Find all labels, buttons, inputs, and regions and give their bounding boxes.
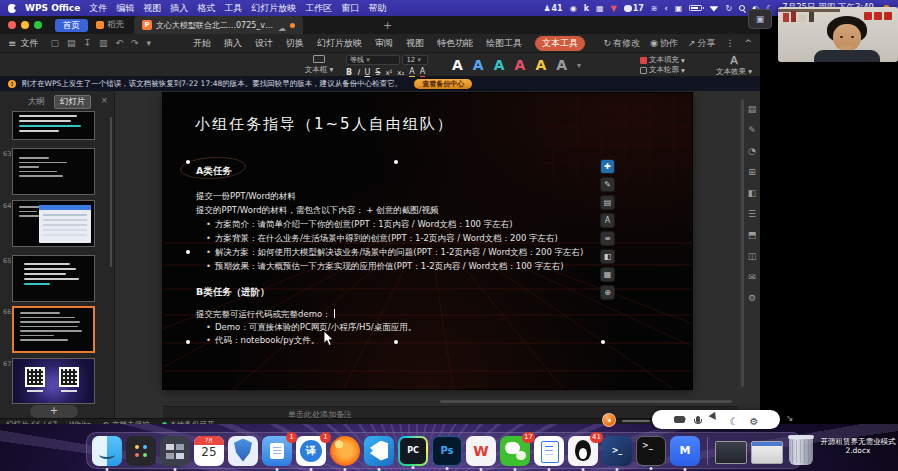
dock-app-finder[interactable] <box>92 436 122 466</box>
tab-slideshow[interactable]: 幻灯片放映 <box>317 37 362 50</box>
slide-thumbnail-67[interactable] <box>12 358 95 404</box>
underline-button[interactable]: U <box>364 68 370 77</box>
dock-app-wps[interactable]: W <box>466 436 496 466</box>
dock-app-photoshop[interactable]: Ps <box>432 436 462 466</box>
superscript-button[interactable]: x² <box>385 69 392 77</box>
slide-thumbnail-64[interactable] <box>12 200 95 247</box>
modified-status[interactable]: 有修改 <box>604 37 641 50</box>
slide-thumbnail-63[interactable] <box>12 148 95 195</box>
slide-title[interactable]: 小组任务指导（1~5人自由组队） <box>195 115 454 134</box>
tab-outline[interactable]: 大纲 <box>23 95 50 109</box>
shape-panel-icon[interactable] <box>746 229 758 241</box>
meeting-record-button[interactable] <box>602 413 616 427</box>
webcam-video-overlay[interactable] <box>778 7 898 62</box>
menu-edit[interactable]: 编辑 <box>116 2 134 15</box>
resize-handle-bottom-right[interactable] <box>601 340 605 344</box>
undo-icon[interactable] <box>115 38 123 48</box>
text-preset-yellow[interactable]: A <box>535 57 546 73</box>
edit-panel-icon[interactable] <box>746 124 758 136</box>
collaborate-button[interactable]: 协作 <box>650 37 678 50</box>
tab-docer[interactable]: 稻壳 <box>96 19 124 31</box>
menu-workspace[interactable]: 工作区 <box>305 2 332 15</box>
resize-handle-bottom-center[interactable] <box>394 340 398 344</box>
more-options-icon[interactable] <box>725 38 734 48</box>
dock-app-vscode[interactable] <box>364 436 394 466</box>
status-circle-icon[interactable] <box>570 4 577 13</box>
dock-trash[interactable] <box>789 436 813 465</box>
dock-minimized-window-dark[interactable] <box>715 441 747 464</box>
minimize-window-button[interactable] <box>21 21 29 29</box>
save-icon[interactable] <box>83 38 91 48</box>
dock-app-mail[interactable]: 1 <box>262 436 292 466</box>
slide-canvas[interactable]: 小组任务指导（1~5人自由组队） A类任务 提交一份PPT/Word的材料 提交… <box>163 93 692 389</box>
tab-insert[interactable]: 插入 <box>224 37 242 50</box>
dock-app-translate[interactable]: 译1 <box>296 436 326 466</box>
menu-slideshow[interactable]: 幻灯片放映 <box>251 2 296 15</box>
print-icon[interactable] <box>99 38 108 48</box>
text-preset-red[interactable]: A <box>515 57 526 73</box>
zoom-window-button[interactable] <box>34 21 42 29</box>
slide-thumbnail-66-current[interactable] <box>12 306 95 353</box>
text-preset-white[interactable]: A <box>452 57 463 73</box>
font-name-select[interactable]: 等线 ▾ <box>346 55 400 65</box>
selected-text-box[interactable]: A类任务 提交一份PPT/Word的材料 提交的PPT/Word的材料，需包含以… <box>188 162 604 342</box>
resize-handle-middle-left[interactable] <box>186 250 190 254</box>
template-panel-icon[interactable] <box>746 250 758 262</box>
italic-button[interactable]: I <box>357 68 359 77</box>
tab-draw-tools[interactable]: 绘图工具 <box>486 37 522 50</box>
location-pin-icon[interactable] <box>611 4 617 13</box>
resize-handle-top-center[interactable] <box>394 160 398 164</box>
menu-view[interactable]: 视图 <box>143 2 161 15</box>
dock-app-tencent-docs[interactable] <box>534 436 564 466</box>
gallery-dropdown-icon[interactable]: ▾ <box>577 61 581 70</box>
menu-window[interactable]: 窗口 <box>341 2 359 15</box>
airplay-icon[interactable] <box>651 4 658 13</box>
slide-thumbnail-62-partial[interactable] <box>12 111 95 140</box>
dock-app-powershell[interactable]: >_ <box>602 436 632 466</box>
font-button[interactable] <box>600 213 615 228</box>
battery-icon[interactable] <box>689 5 702 11</box>
dock-app-qq[interactable]: 41 <box>568 436 598 466</box>
tab-transition[interactable]: 切换 <box>286 37 304 50</box>
wifi-icon[interactable] <box>709 5 718 12</box>
apple-icon[interactable] <box>8 4 16 13</box>
tab-start[interactable]: 开始 <box>193 37 211 50</box>
more-dropdown-icon[interactable] <box>147 38 152 48</box>
input-method-icon[interactable] <box>675 4 683 13</box>
text-preset-gray[interactable]: A <box>556 57 567 73</box>
horizontal-scrollbar[interactable] <box>440 400 732 403</box>
comment-panel-icon[interactable] <box>746 271 758 283</box>
animation-panel-icon[interactable] <box>746 145 758 157</box>
close-window-button[interactable] <box>8 21 16 29</box>
dock-app-wechat[interactable]: 17 <box>500 436 530 466</box>
k-app-icon[interactable] <box>584 4 589 13</box>
text-fill-button[interactable]: 文本填充 ▾ <box>640 55 685 65</box>
resize-handle-top-left[interactable] <box>186 160 190 164</box>
add-slide-button[interactable]: + <box>30 405 78 418</box>
layout-button[interactable] <box>600 249 615 264</box>
dock-app-mastergo[interactable]: M <box>670 436 700 466</box>
dock-app-terminal[interactable]: >_ <box>636 436 666 466</box>
strikethrough-button[interactable]: S <box>375 68 380 77</box>
tab-home[interactable]: 首页 <box>55 19 88 32</box>
chevron-icon[interactable] <box>665 4 668 13</box>
expand-icon[interactable] <box>786 413 794 423</box>
active-app-name[interactable]: WPS Office <box>25 3 80 13</box>
align-button[interactable] <box>600 231 615 246</box>
open-file-icon[interactable] <box>67 38 76 48</box>
vertical-scrollbar[interactable] <box>741 99 744 387</box>
text-preset-blue[interactable]: A <box>473 57 484 73</box>
zoom-slider[interactable] <box>622 420 650 422</box>
font-size-select[interactable]: 12 ▾ <box>402 55 428 65</box>
grid-app-icon[interactable] <box>596 4 604 13</box>
text-box-button[interactable]: 文本框 ▾ <box>298 55 340 75</box>
tab-document[interactable]: 文心大模型联合北二…0725_v14 <box>134 16 303 34</box>
close-panel-icon[interactable]: × <box>100 95 108 105</box>
pointer-icon[interactable] <box>708 411 721 425</box>
resize-handle-bottom-left[interactable] <box>186 340 190 344</box>
search-icon[interactable] <box>739 5 745 11</box>
menu-insert[interactable]: 插入 <box>170 2 188 15</box>
qq-menubar-icon[interactable]: 41 <box>543 4 562 13</box>
menu-tools[interactable]: 工具 <box>224 2 242 15</box>
slide-panel-scrollbar[interactable] <box>110 117 112 267</box>
